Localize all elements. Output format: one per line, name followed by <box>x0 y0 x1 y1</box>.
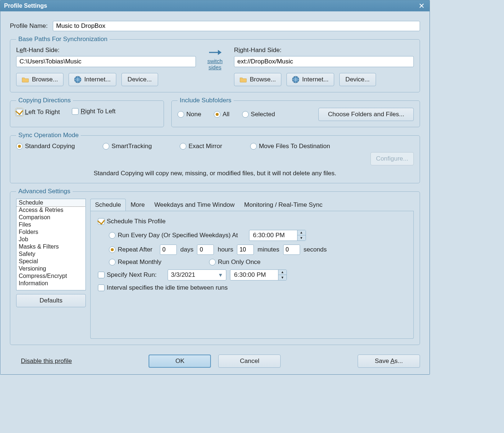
client-area: Profile Name: Base Paths For Synchroniza… <box>0 11 430 374</box>
chevron-down-icon[interactable]: ▼ <box>278 275 286 280</box>
disable-profile-link[interactable]: Disable this profile <box>21 357 72 365</box>
category-item[interactable]: Files <box>17 221 85 228</box>
run-daily-radio[interactable]: Run Every Day (Or Specified Weekdays) At <box>109 232 238 239</box>
spinner-buttons[interactable]: ▲▼ <box>297 230 306 241</box>
profile-name-row: Profile Name: <box>10 21 420 31</box>
radio-icon <box>103 143 109 150</box>
repeat-after-row: Repeat After days hours minutes seconds <box>109 245 406 255</box>
svg-marker-2 <box>218 50 222 55</box>
chevron-up-icon[interactable]: ▲ <box>278 270 286 275</box>
idle-checkbox[interactable]: Interval specifies the idle time between… <box>98 284 228 291</box>
chevron-up-icon[interactable]: ▲ <box>297 230 306 235</box>
next-run-date[interactable]: 3/3/2021 ▼ <box>168 269 226 280</box>
category-item[interactable]: Access & Retries <box>17 206 85 214</box>
run-daily-time-spinner[interactable]: 6:30:00 PM ▲▼ <box>249 230 306 241</box>
rtl-checkbox[interactable]: Right To Left <box>72 108 116 115</box>
category-item[interactable]: Schedule <box>17 199 85 206</box>
category-item[interactable]: Versioning <box>17 265 85 272</box>
specify-next-checkbox[interactable]: Specify Next Run: <box>98 271 157 279</box>
radio-icon <box>16 143 23 150</box>
tabs-strip: ScheduleMoreWeekdays and Time WindowMoni… <box>90 199 414 211</box>
close-icon[interactable]: ✕ <box>417 1 426 10</box>
chevron-down-icon[interactable]: ▼ <box>297 235 306 241</box>
repeat-days-input[interactable] <box>160 245 177 255</box>
next-run-time-spinner[interactable]: 6:30:00 PM ▲▼ <box>230 269 287 280</box>
category-list[interactable]: ScheduleAccess & RetriesComparisonFilesF… <box>16 199 86 290</box>
advanced-settings-legend: Advanced Settings <box>16 188 73 195</box>
sync-mode-legend: Sync Operation Mode <box>16 132 81 139</box>
category-item[interactable]: Masks & Filters <box>17 243 85 250</box>
defaults-button[interactable]: Defaults <box>16 294 86 307</box>
tab-body-schedule: Schedule This Profile Run Every Day (Or … <box>90 211 414 339</box>
category-item[interactable]: Safety <box>17 250 85 258</box>
radio-icon <box>242 111 249 118</box>
configure-button: Configure... <box>370 152 414 165</box>
radio-icon <box>178 111 184 118</box>
repeat-monthly-radio[interactable]: Repeat Monthly <box>109 258 161 266</box>
choose-folders-button[interactable]: Choose Folders and Files... <box>318 108 414 121</box>
include-none-radio[interactable]: None <box>178 111 201 118</box>
checkbox-icon <box>98 272 105 278</box>
schedule-enable-checkbox[interactable]: Schedule This Profile <box>98 218 165 225</box>
mode-standard-radio[interactable]: Standard Copying <box>16 143 75 150</box>
right-device-button[interactable]: Device... <box>339 73 376 86</box>
left-browse-button[interactable]: Browse... <box>16 73 63 86</box>
repeat-seconds-input[interactable] <box>283 245 300 255</box>
mode-exactmirror-radio[interactable]: Exact Mirror <box>180 143 222 150</box>
window-title: Profile Settings <box>4 3 47 9</box>
spinner-buttons[interactable]: ▲▼ <box>278 270 286 280</box>
category-item[interactable]: Job <box>17 236 85 243</box>
run-daily-row: Run Every Day (Or Specified Weekdays) At… <box>109 230 406 241</box>
radio-icon <box>180 143 186 150</box>
idle-row: Interval specifies the idle time between… <box>98 284 406 291</box>
right-side-label: Right-Hand Side: <box>234 47 414 54</box>
category-column: ScheduleAccess & RetriesComparisonFilesF… <box>16 199 86 339</box>
tab[interactable]: Weekdays and Time Window <box>150 199 240 211</box>
cancel-button[interactable]: Cancel <box>218 355 281 368</box>
left-device-button[interactable]: Device... <box>121 73 158 86</box>
mode-smarttracking-radio[interactable]: SmartTracking <box>103 143 152 150</box>
mode-description: Standard Copying will copy new, missing,… <box>16 170 414 177</box>
repeat-after-radio[interactable]: Repeat After <box>109 246 153 253</box>
include-all-radio[interactable]: All <box>214 111 230 118</box>
globe-icon <box>74 76 81 83</box>
radio-icon <box>109 232 116 239</box>
base-paths-group: Base Paths For Synchronization Left-Hand… <box>10 36 420 92</box>
base-paths-columns: Left-Hand Side: Browse... Internet... <box>16 47 414 86</box>
advanced-settings-group: Advanced Settings ScheduleAccess & Retri… <box>10 188 420 345</box>
chevron-down-icon[interactable]: ▼ <box>218 272 223 278</box>
left-side-label: Left-Hand Side: <box>16 47 196 54</box>
direction-arrow-icon <box>208 48 222 57</box>
ltr-checkbox[interactable]: Left To Right <box>16 109 60 116</box>
right-path-input[interactable] <box>234 56 414 67</box>
specify-next-row: Specify Next Run: 3/3/2021 ▼ 6:30:00 PM … <box>98 269 406 280</box>
include-selected-radio[interactable]: Selected <box>242 111 275 118</box>
category-item[interactable]: Special <box>17 258 85 265</box>
tab[interactable]: Monitoring / Real-Time Sync <box>240 199 328 211</box>
right-buttons: Browse... Internet... Device... <box>234 73 414 86</box>
include-subfolders-legend: Include Subfolders <box>178 97 234 104</box>
left-internet-button[interactable]: Internet... <box>69 73 116 86</box>
radio-icon <box>109 259 116 265</box>
save-as-button[interactable]: Save As... <box>358 355 420 368</box>
ok-button[interactable]: OK <box>149 355 211 368</box>
repeat-minutes-input[interactable] <box>237 245 254 255</box>
profile-name-input[interactable] <box>53 21 420 31</box>
tab[interactable]: More <box>126 199 150 211</box>
switch-sides-link[interactable]: switch sides <box>207 58 223 70</box>
tab[interactable]: Schedule <box>90 199 126 211</box>
right-internet-button[interactable]: Internet... <box>286 73 334 86</box>
monthly-once-row: Repeat Monthly Run Only Once <box>109 258 406 266</box>
right-side-col: Right-Hand Side: Browse... Internet... <box>234 47 414 86</box>
category-item[interactable]: Information <box>17 280 85 287</box>
run-once-radio[interactable]: Run Only Once <box>209 258 260 266</box>
category-item[interactable]: Folders <box>17 228 85 236</box>
right-browse-button[interactable]: Browse... <box>234 73 281 86</box>
repeat-hours-input[interactable] <box>197 245 214 255</box>
base-paths-legend: Base Paths For Synchronization <box>16 36 110 43</box>
category-item[interactable]: Compress/Encrypt <box>17 272 85 280</box>
include-subfolders-group: Include Subfolders None All Selected Cho… <box>171 97 420 127</box>
mode-movefiles-radio[interactable]: Move Files To Destination <box>250 143 330 150</box>
left-path-input[interactable] <box>16 56 196 67</box>
category-item[interactable]: Comparison <box>17 214 85 221</box>
